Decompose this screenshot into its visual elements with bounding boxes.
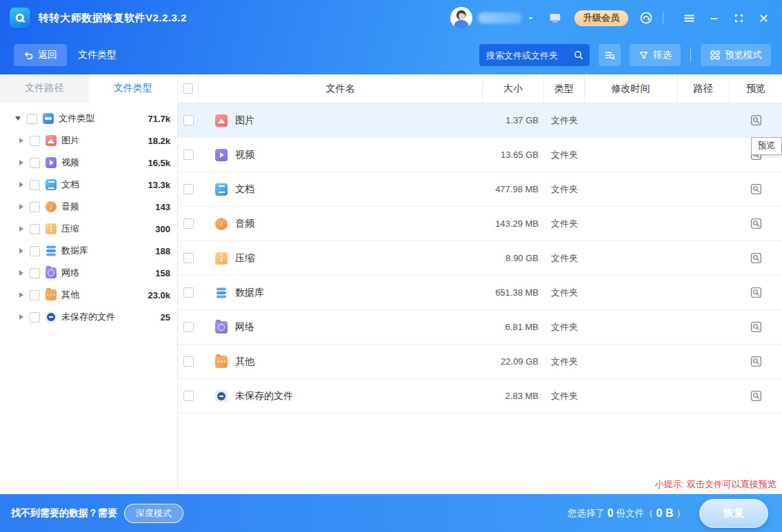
expand-expander-icon[interactable] [19,226,23,232]
selection-size: 0 B [656,507,674,520]
tree-checkbox[interactable] [30,312,40,323]
expand-expander-icon[interactable] [19,292,23,298]
table-row-images[interactable]: 图片 1.37 GB 文件夹 [178,103,782,138]
row-checkbox[interactable] [183,322,194,332]
table-row-unsaved[interactable]: 未保存的文件 2.83 MB 文件夹 [178,379,782,413]
row-checkbox[interactable] [183,356,194,367]
file-name: 网络 [235,321,254,334]
document-icon [46,179,57,190]
minimize-button[interactable] [705,9,723,27]
sidebar-item-file-types-root[interactable]: 文件类型 71.7k [0,108,177,130]
preview-button[interactable] [748,251,763,266]
tree-label: 数据库 [61,245,88,257]
sidebar-item-images[interactable]: 图片 18.2k [0,130,177,152]
tree-checkbox[interactable] [30,290,40,300]
file-mtime [585,207,677,241]
table-row-audio[interactable]: 音频 143.29 MB 文件夹 [178,207,782,241]
sidebar-item-other[interactable]: 其他 23.0k [0,284,177,306]
row-checkbox[interactable] [183,253,194,263]
content-area: 文件路径 文件类型 文件类型 71.7k 图片 18.2k [0,74,782,494]
row-checkbox[interactable] [183,287,194,298]
expand-expander-icon[interactable] [19,204,23,209]
row-checkbox[interactable] [183,115,194,125]
tree-checkbox[interactable] [30,180,40,190]
header-size: 大小 [483,74,544,103]
user-avatar[interactable] [450,7,472,29]
sidebar-item-videos[interactable]: 视频 16.5k [0,152,177,174]
table-row-network[interactable]: 网络 6.81 MB 文件夹 [178,310,782,345]
tree-count: 300 [155,224,170,234]
sidebar-item-archive[interactable]: 压缩 300 [0,218,177,240]
preview-button[interactable] [748,113,763,128]
username-blurred[interactable] [478,12,522,23]
sidebar-item-unsaved[interactable]: 未保存的文件 25 [0,306,177,328]
sidebar-item-documents[interactable]: 文档 13.3k [0,174,177,196]
sidebar-item-audio[interactable]: 音频 143 [0,196,177,218]
close-button[interactable] [754,9,772,27]
row-checkbox[interactable] [183,218,194,229]
tree-checkbox[interactable] [30,202,40,212]
tree-checkbox[interactable] [30,158,40,168]
file-type: 文件夹 [544,138,585,172]
unsaved-file-icon [215,390,228,402]
tree-label: 未保存的文件 [61,311,115,323]
back-arrow-icon [23,50,34,61]
row-checkbox[interactable] [183,150,194,160]
tree-count: 158 [155,268,170,278]
back-button[interactable]: 返回 [14,44,67,66]
tab-file-type[interactable]: 文件类型 [89,74,178,102]
tree-checkbox[interactable] [30,268,40,278]
expand-expander-icon[interactable] [19,270,23,276]
expand-expander-icon[interactable] [19,314,23,320]
other-folder-icon [215,356,228,368]
archive-icon [215,252,228,265]
filter-button[interactable]: 筛选 [630,44,681,66]
customer-service-icon[interactable] [639,11,653,25]
expand-expander-icon[interactable] [19,248,23,254]
expand-expander-icon[interactable] [19,182,23,187]
file-size: 477.98 MB [483,172,544,206]
tree-label: 图片 [61,134,79,147]
tree-checkbox[interactable] [30,224,40,234]
preview-button[interactable] [748,216,763,232]
recover-button[interactable]: 恢复 [699,499,768,528]
preview-button[interactable] [748,285,763,300]
preview-button[interactable] [748,182,763,197]
network-icon [215,321,228,334]
upgrade-member-button[interactable]: 升级会员 [574,10,628,26]
search-box [479,44,590,66]
table-row-videos[interactable]: 视频 13.65 GB 文件夹 [178,138,782,172]
preview-button[interactable] [748,389,763,404]
table-row-other[interactable]: 其他 22.09 GB 文件夹 [178,345,782,379]
tab-file-path[interactable]: 文件路径 [0,74,89,102]
search-list-button[interactable] [599,44,621,66]
sidebar-item-database[interactable]: 数据库 188 [0,240,177,262]
file-size: 22.09 GB [483,345,544,378]
table-row-archive[interactable]: 压缩 8.90 GB 文件夹 [178,241,782,276]
expand-expander-icon[interactable] [19,138,23,143]
expand-expander-icon[interactable] [19,160,23,165]
search-input[interactable] [486,50,573,61]
toolbar-divider [690,49,691,61]
sidebar-item-network[interactable]: 网络 158 [0,262,177,284]
deep-mode-button[interactable]: 深度模式 [124,504,183,523]
tree-checkbox[interactable] [30,246,40,256]
preview-mode-button[interactable]: 预览模式 [701,44,771,66]
tree-checkbox[interactable] [27,114,37,124]
search-icon[interactable] [573,50,584,61]
user-dropdown-caret-icon[interactable] [527,14,534,22]
row-checkbox[interactable] [183,391,194,401]
table-row-database[interactable]: 数据库 651.38 MB 文件夹 [178,276,782,310]
preview-button[interactable] [748,320,763,335]
select-all-checkbox[interactable] [183,83,193,94]
monitor-icon[interactable] [548,12,562,24]
document-icon [215,183,228,196]
image-icon [215,114,228,127]
menu-icon[interactable] [680,9,698,27]
preview-button[interactable] [748,354,763,369]
row-checkbox[interactable] [183,184,194,194]
table-row-documents[interactable]: 文档 477.98 MB 文件夹 [178,172,782,207]
tree-checkbox[interactable] [30,136,40,146]
maximize-button[interactable] [730,9,748,27]
collapse-expander-icon[interactable] [15,116,21,121]
